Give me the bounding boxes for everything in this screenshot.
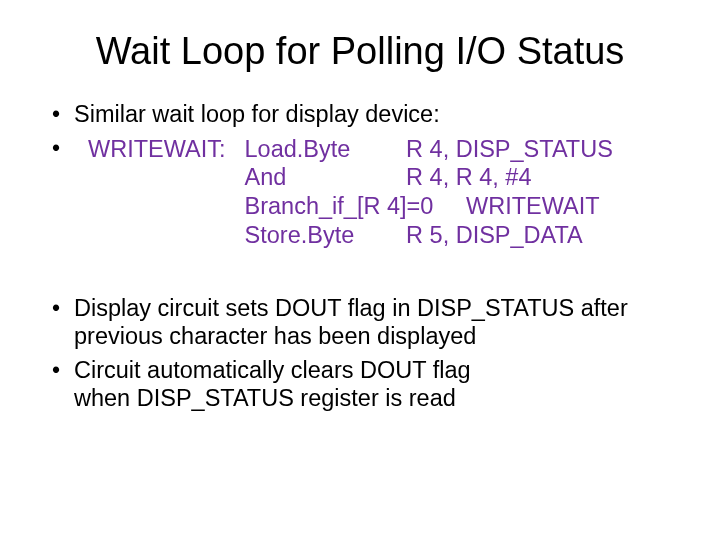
- code-row: And R 4, R 4, #4: [88, 163, 672, 192]
- slide-title: Wait Loop for Polling I/O Status: [48, 30, 672, 73]
- code-op: Branch_if_[R 4]=0: [245, 192, 460, 221]
- code-label: WRITEWAIT:: [88, 135, 238, 164]
- code-block: WRITEWAIT: Load.Byte R 4, DISP_STATUS An…: [88, 135, 672, 250]
- code-op: Load.Byte: [245, 135, 400, 164]
- spacer: [48, 255, 672, 295]
- bullet-item: Similar wait loop for display device:: [48, 101, 672, 129]
- code-arg: R 4, R 4, #4: [406, 163, 531, 192]
- code-row: Store.Byte R 5, DISP_DATA: [88, 221, 672, 250]
- bullet-item-code: WRITEWAIT: Load.Byte R 4, DISP_STATUS An…: [48, 135, 672, 250]
- bullet-text: Display circuit sets DOUT flag in DISP_S…: [74, 295, 628, 349]
- code-arg: WRITEWAIT: [466, 192, 600, 221]
- bullet-item: Circuit automatically clears DOUT flag w…: [48, 357, 672, 412]
- bullet-list-2: Display circuit sets DOUT flag in DISP_S…: [48, 295, 672, 412]
- code-op: And: [245, 163, 400, 192]
- bullet-list: Similar wait loop for display device: WR…: [48, 101, 672, 249]
- code-row: WRITEWAIT: Load.Byte R 4, DISP_STATUS: [88, 135, 672, 164]
- code-row: Branch_if_[R 4]=0 WRITEWAIT: [88, 192, 672, 221]
- code-op: Store.Byte: [245, 221, 400, 250]
- bullet-text: Similar wait loop for display device:: [74, 101, 440, 127]
- slide: Wait Loop for Polling I/O Status Similar…: [0, 0, 720, 540]
- code-arg: R 5, DISP_DATA: [406, 221, 583, 250]
- bullet-text-line2: when DISP_STATUS register is read: [74, 385, 456, 411]
- bullet-item: Display circuit sets DOUT flag in DISP_S…: [48, 295, 672, 350]
- code-arg: R 4, DISP_STATUS: [406, 135, 613, 164]
- bullet-text: Circuit automatically clears DOUT flag: [74, 357, 471, 383]
